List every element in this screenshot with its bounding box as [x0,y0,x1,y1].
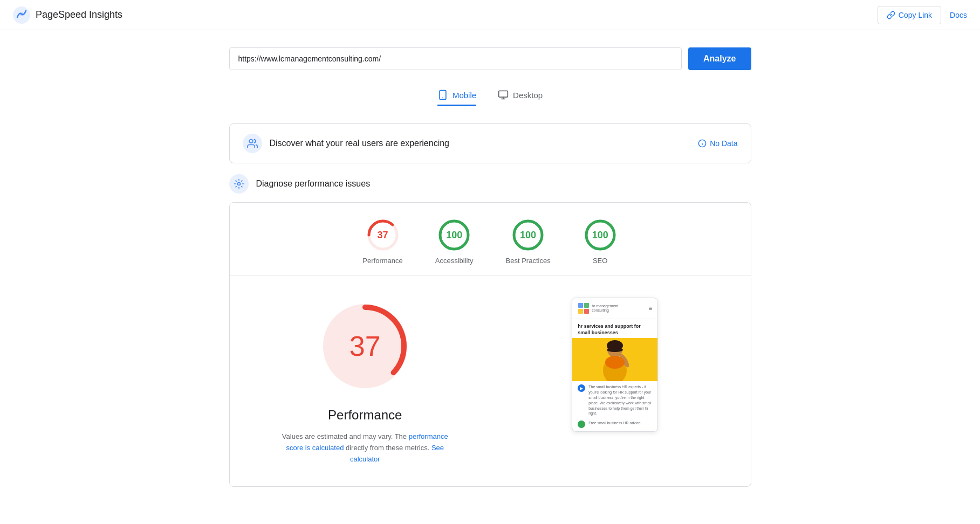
accessibility-circle: 100 [437,218,471,252]
info-icon [698,139,707,148]
accessibility-score-value: 100 [446,230,462,241]
company-logo-icon [578,302,590,314]
phone-logo: hr management consulting [578,302,618,314]
performance-description: Values are estimated and may vary. The p… [279,431,451,465]
best-practices-label: Best Practices [506,257,551,265]
phone-mockup: hr management consulting ≡ hr services a… [572,298,658,432]
performance-detail: 37 Performance Values are estimated and … [230,276,751,486]
seo-score-value: 100 [592,230,608,241]
content-icon-1: ▶ [578,384,585,392]
desktop-icon [498,89,509,100]
app-title: PageSpeed Insights [36,9,122,20]
diagnose-icon-circle [229,174,249,194]
performance-label: Performance [362,257,402,265]
link-icon [887,11,895,19]
app-header: PageSpeed Insights Copy Link Docs [0,0,980,30]
docs-button[interactable]: Docs [950,11,967,19]
svg-point-1 [20,12,23,16]
scores-row: 37 Performance 100 Accessibility [230,203,751,276]
scores-container: 37 Performance 100 Accessibility [229,202,751,487]
phone-content-text-2: Free small business HR advice... [588,420,643,426]
diagnose-header: Diagnose performance issues [229,174,751,194]
phone-header: hr management consulting ≡ [572,298,657,319]
diagnose-title: Diagnose performance issues [256,179,371,189]
performance-score-value: 37 [378,230,388,241]
svg-point-30 [607,348,623,352]
person-illustration [588,338,642,381]
phone-content-row-2: Free small business HR advice... [572,419,657,431]
no-data-badge[interactable]: No Data [698,139,737,148]
svg-point-11 [237,183,240,185]
company-name-text: hr management consulting [592,304,618,312]
seo-label: SEO [593,257,607,265]
copy-link-button[interactable]: Copy Link [878,6,941,24]
mobile-icon [437,89,448,100]
tab-desktop-label: Desktop [513,91,543,100]
search-bar: Analyze [229,47,751,70]
menu-icon: ≡ [648,305,652,312]
score-item-best-practices[interactable]: 100 Best Practices [506,218,551,265]
pagespeed-logo-icon [13,6,30,24]
discover-left: Discover what your real users are experi… [243,134,449,153]
performance-title: Performance [328,408,402,423]
svg-rect-26 [584,309,589,314]
tab-mobile[interactable]: Mobile [437,85,476,106]
phone-hero-text: hr services and support for small busine… [572,319,657,338]
svg-rect-24 [584,303,589,308]
tab-desktop[interactable]: Desktop [498,85,543,106]
accessibility-label: Accessibility [435,257,474,265]
score-item-seo[interactable]: 100 SEO [583,218,618,265]
perf-right: hr management consulting ≡ hr services a… [512,298,718,432]
score-item-accessibility[interactable]: 100 Accessibility [435,218,474,265]
seo-circle: 100 [583,218,618,252]
performance-circle: 37 [366,218,400,252]
svg-point-32 [605,356,625,369]
discover-section: Discover what your real users are experi… [229,123,751,163]
perf-left: 37 Performance Values are estimated and … [262,298,469,465]
users-icon [247,138,258,149]
url-input[interactable] [229,47,682,70]
score-item-performance[interactable]: 37 Performance [362,218,402,265]
device-tabs: Mobile Desktop [229,85,751,106]
header-left: PageSpeed Insights [13,6,122,24]
perf-divider [490,298,490,459]
svg-rect-23 [578,303,583,308]
discover-title: Discover what your real users are experi… [270,139,449,148]
discover-icon-circle [243,134,262,153]
phone-hero-image [572,338,657,381]
phone-content-text-1: The small business HR experts - if you'r… [588,384,652,416]
gear-icon [234,178,244,189]
big-performance-circle: 37 [317,298,414,395]
svg-point-7 [249,140,253,143]
tab-mobile-label: Mobile [453,91,476,100]
analyze-button[interactable]: Analyze [688,47,751,70]
best-practices-circle: 100 [511,218,545,252]
content-icon-2 [578,420,585,428]
phone-content-row-1: ▶ The small business HR experts - if you… [572,381,657,419]
no-data-label: No Data [710,139,737,148]
main-content: Analyze Mobile Desktop [221,30,760,504]
header-right: Copy Link Docs [878,6,967,24]
svg-rect-4 [499,91,508,98]
best-practices-score-value: 100 [520,230,536,241]
svg-rect-25 [578,309,583,314]
big-performance-score: 37 [349,330,381,362]
